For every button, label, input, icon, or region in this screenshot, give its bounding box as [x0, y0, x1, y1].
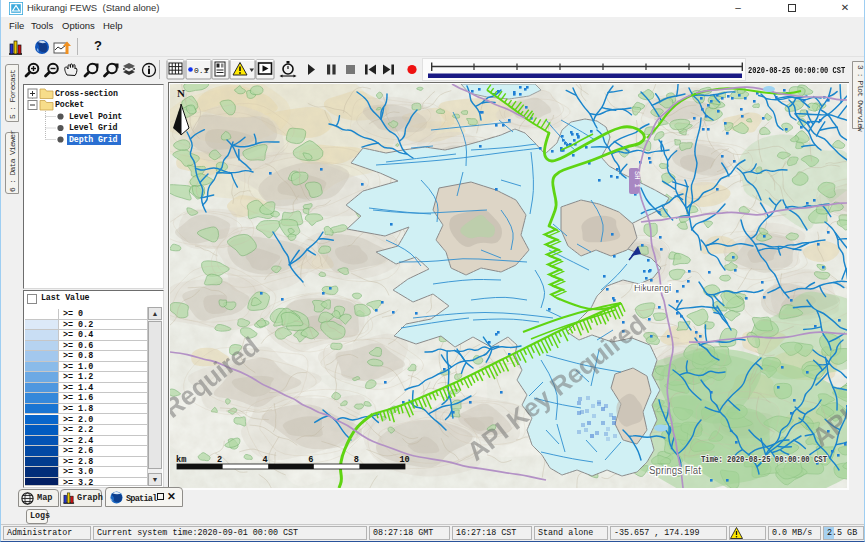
svg-text:4: 4 — [263, 455, 268, 465]
svg-text:8: 8 — [354, 455, 359, 465]
svg-text:Springs Flat: Springs Flat — [649, 465, 701, 476]
svg-text:Time: 2020-08-25 00:00:00 CST: Time: 2020-08-25 00:00:00 CST — [701, 454, 827, 465]
svg-text:km: km — [176, 455, 186, 465]
svg-text:N: N — [177, 87, 185, 99]
svg-text:SH 1: SH 1 — [633, 171, 641, 188]
svg-text:Hikurangi: Hikurangi — [634, 282, 671, 293]
svg-text:2: 2 — [217, 455, 222, 465]
svg-text:10: 10 — [399, 455, 409, 465]
svg-text:6: 6 — [308, 455, 313, 465]
